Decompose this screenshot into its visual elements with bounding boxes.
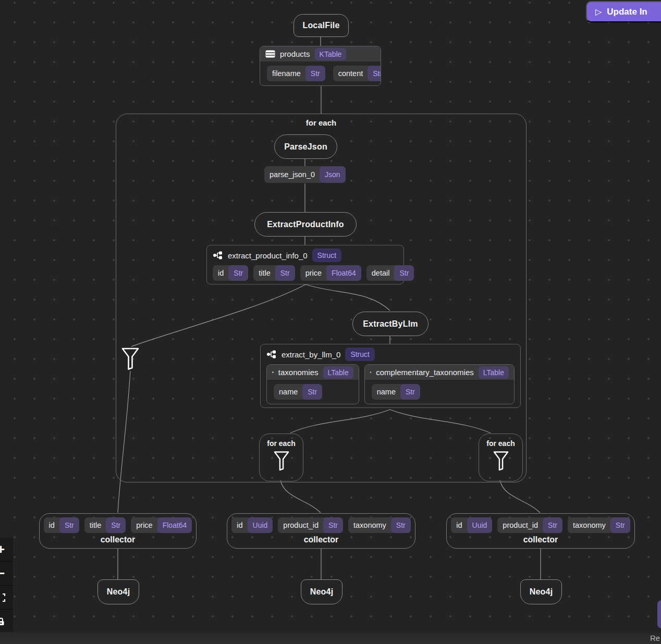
play-icon: ▷	[595, 7, 602, 17]
field-type-badge: Str	[610, 517, 630, 533]
node-label: ExtractByLlm	[363, 319, 418, 329]
fit-view-button[interactable]	[0, 586, 13, 610]
field-chip-title[interactable]: title Str	[84, 517, 126, 533]
struct-icon	[266, 349, 277, 360]
foreach-label: for each	[486, 439, 515, 448]
node-extractbyllm-op[interactable]: ExtractByLlm	[352, 312, 429, 336]
field-chip-id[interactable]: id Str	[44, 517, 79, 533]
field-chip-id[interactable]: id Uuid	[451, 517, 492, 533]
filter-funnel-icon	[120, 346, 140, 371]
node-complementary-taxonomies-table[interactable]: complementary_taxonomies LTable name Str	[364, 364, 515, 404]
collector-node-3[interactable]: id Uuid product_id Str taxonomy Str coll…	[446, 513, 635, 549]
field-chip-parse-json-0[interactable]: parse_json_0 Json	[264, 166, 346, 183]
struct-fields: id Str title Str price Float64 detail St…	[213, 265, 398, 281]
field-name: parse_json_0	[270, 170, 315, 179]
collector-label: collector	[304, 535, 339, 544]
node-parsejson-op[interactable]: ParseJson	[274, 134, 337, 159]
table-header: taxonomies LTable	[267, 365, 359, 380]
inner-foreach-right[interactable]: for each	[479, 434, 523, 481]
node-extract-product-info-struct[interactable]: extract_product_info_0 Struct id Str tit…	[206, 245, 404, 284]
field-name: filename	[272, 69, 301, 78]
field-name: id	[456, 521, 462, 529]
struct-icon	[213, 250, 223, 261]
field-type-badge: Str	[275, 265, 295, 281]
field-chip-detail[interactable]: detail Str	[366, 265, 414, 281]
collector-label: collector	[523, 535, 558, 544]
edge-loopleft-collector2	[280, 480, 321, 513]
table-icon	[272, 368, 274, 376]
field-name: id	[237, 521, 242, 529]
node-label: ExtractProductInfo	[267, 220, 344, 229]
node-neo4j-2[interactable]: Neo4j	[301, 579, 342, 604]
field-name: detail	[372, 269, 390, 277]
field-chip-content[interactable]: content Str	[333, 66, 381, 81]
field-type-badge: Str	[391, 517, 411, 533]
struct-badge: Struct	[345, 348, 375, 361]
nested-tables: taxonomies LTable name Str complementary…	[266, 364, 515, 404]
struct-header: extract_product_info_0 Struct	[213, 249, 398, 262]
field-chip-product-id[interactable]: product_id Str	[497, 517, 562, 533]
field-name: content	[338, 69, 363, 78]
field-type-badge: Str	[302, 384, 322, 400]
field-type-badge: Str	[368, 66, 381, 81]
node-localfile-source[interactable]: LocalFile	[293, 14, 349, 37]
node-label: Neo4j	[530, 587, 553, 597]
table-icon	[370, 368, 371, 376]
node-taxonomies-table[interactable]: taxonomies LTable name Str	[266, 364, 359, 404]
field-name: price	[136, 521, 152, 529]
node-extract-by-llm-struct[interactable]: extract_by_llm_0 Struct taxonomies LTabl…	[260, 344, 521, 408]
table-icon	[265, 50, 275, 58]
zoom-out-button[interactable]: −	[0, 562, 13, 586]
edge-loopright-collector3	[500, 480, 540, 513]
field-type-badge: Str	[305, 66, 325, 81]
lock-icon	[0, 616, 6, 627]
field-type-badge: Str	[59, 517, 79, 533]
field-type-badge: Float64	[157, 517, 192, 533]
field-type-badge: Json	[320, 166, 346, 183]
collector-node-2[interactable]: id Uuid product_id Str taxonomy Str coll…	[227, 513, 415, 549]
field-type-badge: Uuid	[248, 517, 273, 533]
field-name: id	[218, 269, 224, 277]
field-chip-title[interactable]: title Str	[253, 265, 295, 281]
field-chip-id[interactable]: id Str	[213, 265, 248, 281]
node-label: Neo4j	[107, 587, 130, 597]
filter-funnel-icon	[273, 450, 290, 472]
node-extractproductinfo-op[interactable]: ExtractProductInfo	[254, 212, 357, 237]
field-chip-price[interactable]: price Float64	[131, 517, 192, 533]
field-name: product_id	[283, 521, 319, 529]
minus-icon: −	[0, 565, 5, 581]
field-chip-name[interactable]: name Str	[372, 384, 420, 400]
node-label: ParseJson	[284, 142, 327, 152]
field-chip-price[interactable]: price Float64	[300, 265, 361, 281]
field-chip-id[interactable]: id Uuid	[231, 517, 273, 533]
collector-fields: id Str title Str price Float64	[44, 517, 192, 533]
canvas-controls: + −	[0, 538, 13, 634]
zoom-in-button[interactable]: +	[0, 538, 13, 562]
lock-button[interactable]	[0, 610, 13, 634]
node-neo4j-1[interactable]: Neo4j	[97, 579, 139, 604]
ltable-badge: LTable	[323, 366, 353, 379]
field-chip-product-id[interactable]: product_id Str	[278, 517, 343, 533]
inner-foreach-left[interactable]: for each	[259, 434, 303, 481]
node-products-table[interactable]: products KTable filename Str content Str	[260, 46, 381, 86]
attribution-link[interactable]: Re	[650, 634, 660, 642]
plus-icon: +	[0, 541, 5, 558]
side-panel-handle[interactable]	[657, 600, 661, 628]
field-chip-filename[interactable]: filename Str	[267, 66, 325, 81]
field-chip-name[interactable]: name Str	[274, 384, 322, 400]
field-type-badge: Float64	[326, 265, 361, 281]
update-index-button[interactable]: ▷ Update In	[586, 1, 661, 22]
struct-name: extract_product_info_0	[228, 251, 308, 260]
fit-view-icon	[0, 592, 6, 603]
field-name: product_id	[503, 521, 538, 529]
collector-node-1[interactable]: id Str title Str price Float64 collector	[39, 513, 197, 549]
field-chip-taxonomy[interactable]: taxonomy Str	[568, 517, 630, 533]
node-neo4j-3[interactable]: Neo4j	[520, 579, 562, 604]
field-chip-taxonomy[interactable]: taxonomy Str	[348, 517, 411, 533]
flow-canvas[interactable]: { "toolbar": { "update_label": "Update I…	[0, 0, 661, 644]
field-name: taxonomy	[573, 521, 606, 529]
field-name: name	[279, 388, 298, 396]
products-table-header: products KTable	[260, 46, 381, 61]
field-name: name	[377, 388, 396, 396]
field-type-badge: Uuid	[467, 517, 493, 533]
